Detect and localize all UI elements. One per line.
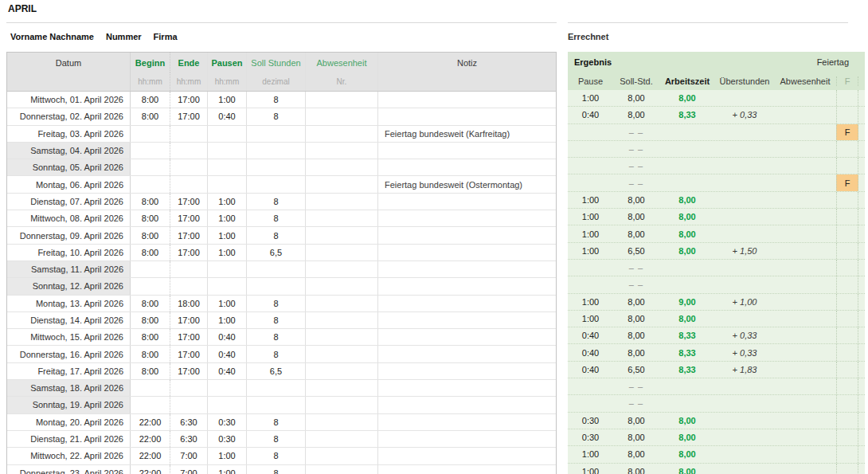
cell-beginn[interactable]: 8:00	[131, 312, 170, 328]
cell-soll-stunden[interactable]	[247, 261, 306, 277]
cell-ende[interactable]	[170, 278, 208, 294]
cell-pausen[interactable]	[208, 380, 247, 396]
cell-pausen[interactable]	[208, 397, 247, 413]
cell-abwesenheit[interactable]	[306, 431, 378, 447]
cell-abwesenheit[interactable]	[306, 414, 378, 430]
cell-pausen[interactable]	[208, 261, 247, 277]
cell-abwesenheit[interactable]	[306, 261, 378, 277]
cell-pausen[interactable]: 0:30	[208, 414, 247, 430]
cell-pausen[interactable]	[208, 278, 247, 294]
cell-ende[interactable]: 6:30	[170, 414, 208, 430]
cell-abwesenheit[interactable]	[306, 380, 378, 396]
cell-beginn[interactable]: 22:00	[131, 414, 170, 430]
cell-notiz[interactable]: Feiertag bundesweit (Ostermontag)	[378, 176, 556, 192]
cell-ende[interactable]	[170, 126, 208, 142]
cell-soll-stunden[interactable]	[247, 278, 306, 294]
cell-soll-stunden[interactable]: 8	[247, 312, 306, 328]
cell-beginn[interactable]: 8:00	[131, 194, 170, 210]
cell-soll-stunden[interactable]: 8	[247, 448, 306, 464]
cell-pausen[interactable]	[208, 143, 247, 159]
cell-beginn[interactable]	[131, 143, 170, 159]
cell-soll-stunden[interactable]	[247, 176, 306, 192]
cell-pausen[interactable]: 1:00	[208, 245, 247, 261]
person-company-field[interactable]: Firma	[154, 32, 178, 41]
cell-soll-stunden[interactable]	[247, 126, 306, 142]
cell-beginn[interactable]: 22:00	[131, 448, 170, 464]
cell-beginn[interactable]	[131, 126, 170, 142]
cell-notiz[interactable]	[378, 245, 556, 261]
cell-soll-stunden[interactable]	[247, 159, 306, 175]
cell-notiz[interactable]	[378, 448, 556, 464]
cell-notiz[interactable]	[378, 92, 556, 108]
cell-ende[interactable]: 17:00	[170, 227, 208, 243]
cell-pausen[interactable]	[208, 176, 247, 192]
cell-notiz[interactable]	[378, 227, 556, 243]
cell-soll-stunden[interactable]: 8	[247, 329, 306, 345]
cell-beginn[interactable]: 8:00	[131, 245, 170, 261]
cell-soll-stunden[interactable]: 6,5	[247, 363, 306, 379]
cell-ende[interactable]	[170, 176, 208, 192]
cell-notiz[interactable]	[378, 414, 556, 430]
cell-ende[interactable]: 17:00	[170, 346, 208, 362]
cell-notiz[interactable]	[378, 380, 556, 396]
cell-pausen[interactable]: 1:00	[208, 210, 247, 226]
cell-ende[interactable]: 17:00	[170, 108, 208, 124]
cell-soll-stunden[interactable]: 8	[247, 227, 306, 243]
cell-pausen[interactable]: 0:40	[208, 346, 247, 362]
cell-beginn[interactable]: 8:00	[131, 227, 170, 243]
cell-ende[interactable]: 17:00	[170, 245, 208, 261]
cell-pausen[interactable]: 1:00	[208, 296, 247, 311]
cell-pausen[interactable]	[208, 159, 247, 175]
cell-beginn[interactable]	[131, 397, 170, 413]
cell-abwesenheit[interactable]	[306, 210, 378, 226]
cell-soll-stunden[interactable]	[247, 143, 306, 159]
cell-pausen[interactable]: 0:40	[208, 329, 247, 345]
cell-pausen[interactable]: 1:00	[208, 465, 247, 474]
cell-soll-stunden[interactable]: 8	[247, 194, 306, 210]
cell-ende[interactable]	[170, 380, 208, 396]
cell-beginn[interactable]: 22:00	[131, 431, 170, 447]
cell-beginn[interactable]: 8:00	[131, 346, 170, 362]
cell-abwesenheit[interactable]	[306, 92, 378, 108]
cell-abwesenheit[interactable]	[306, 448, 378, 464]
cell-abwesenheit[interactable]	[306, 329, 378, 345]
cell-notiz[interactable]	[378, 397, 556, 413]
cell-ende[interactable]: 7:00	[170, 465, 208, 474]
cell-pausen[interactable]: 1:00	[208, 194, 247, 210]
cell-ende[interactable]: 17:00	[170, 363, 208, 379]
cell-beginn[interactable]: 8:00	[131, 210, 170, 226]
cell-soll-stunden[interactable]: 8	[247, 346, 306, 362]
cell-soll-stunden[interactable]: 8	[247, 296, 306, 311]
cell-ende[interactable]: 7:00	[170, 448, 208, 464]
cell-notiz[interactable]: Feiertag bundesweit (Karfreitag)	[378, 126, 556, 142]
cell-abwesenheit[interactable]	[306, 397, 378, 413]
cell-abwesenheit[interactable]	[306, 346, 378, 362]
cell-notiz[interactable]	[378, 261, 556, 277]
cell-ende[interactable]: 18:00	[170, 296, 208, 311]
cell-beginn[interactable]	[131, 176, 170, 192]
cell-notiz[interactable]	[378, 346, 556, 362]
cell-abwesenheit[interactable]	[306, 159, 378, 175]
cell-notiz[interactable]	[378, 296, 556, 311]
cell-abwesenheit[interactable]	[306, 108, 378, 124]
cell-beginn[interactable]: 22:00	[131, 465, 170, 474]
cell-abwesenheit[interactable]	[306, 465, 378, 474]
cell-beginn[interactable]: 8:00	[131, 363, 170, 379]
cell-ende[interactable]: 17:00	[170, 210, 208, 226]
cell-soll-stunden[interactable]: 8	[247, 108, 306, 124]
cell-notiz[interactable]	[378, 465, 556, 474]
person-name-field[interactable]: Vorname Nachname	[10, 32, 94, 41]
cell-ende[interactable]	[170, 261, 208, 277]
cell-beginn[interactable]: 8:00	[131, 108, 170, 124]
cell-notiz[interactable]	[378, 194, 556, 210]
cell-notiz[interactable]	[378, 210, 556, 226]
cell-pausen[interactable]: 0:30	[208, 431, 247, 447]
person-number-field[interactable]: Nummer	[106, 32, 142, 41]
cell-pausen[interactable]: 1:00	[208, 312, 247, 328]
cell-soll-stunden[interactable]: 8	[247, 465, 306, 474]
cell-notiz[interactable]	[378, 363, 556, 379]
cell-beginn[interactable]: 8:00	[131, 296, 170, 311]
cell-abwesenheit[interactable]	[306, 176, 378, 192]
cell-abwesenheit[interactable]	[306, 363, 378, 379]
cell-abwesenheit[interactable]	[306, 312, 378, 328]
